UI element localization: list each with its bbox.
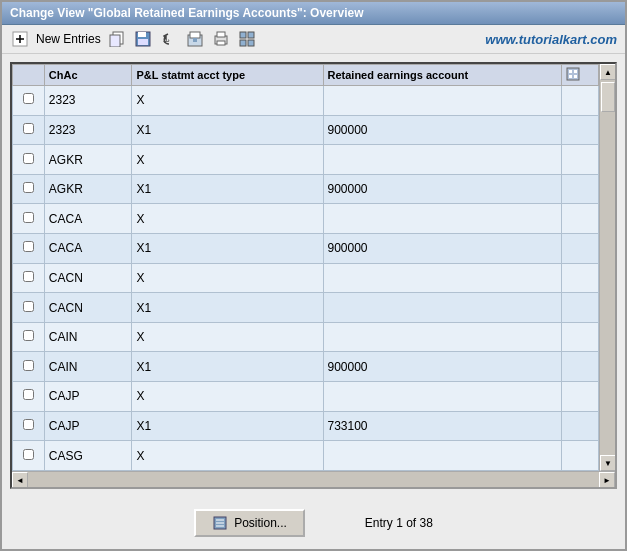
table-row[interactable]: CAINX1900000 — [13, 352, 599, 382]
svg-rect-15 — [240, 32, 246, 38]
undo-icon[interactable]: ↩ — [159, 29, 179, 49]
row-checkbox[interactable] — [23, 93, 34, 104]
row-checkbox-cell[interactable] — [13, 322, 45, 352]
cell-pltype: X1 — [132, 234, 323, 264]
row-checkbox-cell[interactable] — [13, 263, 45, 293]
cell-empty — [562, 293, 599, 323]
cell-empty — [562, 441, 599, 471]
row-checkbox[interactable] — [23, 330, 34, 341]
cell-chac: CASG — [44, 441, 132, 471]
table-row[interactable]: CACAX1900000 — [13, 234, 599, 264]
row-checkbox-cell[interactable] — [13, 234, 45, 264]
svg-rect-14 — [217, 41, 225, 45]
svg-rect-23 — [574, 75, 577, 78]
col-header-chac: ChAc — [44, 65, 132, 86]
row-checkbox-cell[interactable] — [13, 352, 45, 382]
data-table: ChAc P&L statmt acct type Retained earni… — [12, 64, 599, 471]
cell-chac: CAJP — [44, 382, 132, 412]
print-icon[interactable] — [211, 29, 231, 49]
cell-retained — [323, 145, 562, 175]
new-entries-button[interactable]: New Entries — [36, 32, 101, 46]
row-checkbox[interactable] — [23, 360, 34, 371]
cell-empty — [562, 145, 599, 175]
cell-chac: CACN — [44, 293, 132, 323]
svg-rect-17 — [240, 40, 246, 46]
row-checkbox[interactable] — [23, 123, 34, 134]
cell-retained: 900000 — [323, 174, 562, 204]
row-checkbox-cell[interactable] — [13, 174, 45, 204]
svg-rect-11 — [193, 38, 197, 42]
position-button-label: Position... — [234, 516, 287, 530]
table-row[interactable]: CASGX — [13, 441, 599, 471]
cell-pltype: X — [132, 322, 323, 352]
table-row[interactable]: AGKRX1900000 — [13, 174, 599, 204]
row-checkbox[interactable] — [23, 389, 34, 400]
col-header-settings[interactable] — [562, 65, 599, 86]
row-checkbox[interactable] — [23, 153, 34, 164]
horiz-scroll-track — [28, 472, 599, 487]
svg-rect-13 — [217, 32, 225, 37]
cell-chac: CAIN — [44, 352, 132, 382]
row-checkbox-cell[interactable] — [13, 115, 45, 145]
cell-empty — [562, 174, 599, 204]
copy-icon[interactable] — [107, 29, 127, 49]
scroll-left-button[interactable]: ◄ — [12, 472, 28, 488]
cell-chac: CACN — [44, 263, 132, 293]
table-row[interactable]: AGKRX — [13, 145, 599, 175]
cell-pltype: X — [132, 441, 323, 471]
table-row[interactable]: 2323X — [13, 86, 599, 116]
table-header-row: ChAc P&L statmt acct type Retained earni… — [13, 65, 599, 86]
vertical-scrollbar[interactable]: ▲ ▼ — [599, 64, 615, 471]
title-bar: Change View "Global Retained Earnings Ac… — [2, 2, 625, 25]
cell-empty — [562, 115, 599, 145]
cell-pltype: X — [132, 145, 323, 175]
scroll-right-button[interactable]: ► — [599, 472, 615, 488]
row-checkbox[interactable] — [23, 241, 34, 252]
table-row[interactable]: CAJPX1733100 — [13, 411, 599, 441]
watermark: www.tutorialkart.com — [485, 32, 617, 47]
bottom-bar: Position... Entry 1 of 38 — [2, 497, 625, 549]
cell-empty — [562, 411, 599, 441]
cell-chac: AGKR — [44, 145, 132, 175]
row-checkbox-cell[interactable] — [13, 382, 45, 412]
cell-retained — [323, 322, 562, 352]
disk-icon[interactable] — [185, 29, 205, 49]
horizontal-scrollbar[interactable]: ◄ ► — [12, 471, 615, 487]
scroll-thumb[interactable] — [601, 82, 615, 112]
row-checkbox[interactable] — [23, 271, 34, 282]
cell-chac: 2323 — [44, 86, 132, 116]
row-checkbox[interactable] — [23, 212, 34, 223]
row-checkbox-cell[interactable] — [13, 204, 45, 234]
new-entries-icon[interactable] — [10, 29, 30, 49]
row-checkbox-cell[interactable] — [13, 293, 45, 323]
row-checkbox[interactable] — [23, 419, 34, 430]
table-row[interactable]: CAJPX — [13, 382, 599, 412]
content-area: ChAc P&L statmt acct type Retained earni… — [2, 54, 625, 497]
cell-chac: 2323 — [44, 115, 132, 145]
grid-icon[interactable] — [237, 29, 257, 49]
cell-retained: 900000 — [323, 115, 562, 145]
position-button[interactable]: Position... — [194, 509, 305, 537]
table-row[interactable]: CACNX1 — [13, 293, 599, 323]
row-checkbox-cell[interactable] — [13, 86, 45, 116]
row-checkbox-cell[interactable] — [13, 145, 45, 175]
cell-pltype: X — [132, 263, 323, 293]
table-row[interactable]: CAINX — [13, 322, 599, 352]
save-icon[interactable] — [133, 29, 153, 49]
row-checkbox[interactable] — [23, 301, 34, 312]
row-checkbox-cell[interactable] — [13, 411, 45, 441]
table-row[interactable]: CACNX — [13, 263, 599, 293]
cell-empty — [562, 86, 599, 116]
cell-chac: CAIN — [44, 322, 132, 352]
scroll-up-button[interactable]: ▲ — [600, 64, 615, 80]
svg-rect-7 — [138, 39, 148, 45]
cell-empty — [562, 322, 599, 352]
svg-rect-21 — [574, 70, 577, 73]
row-checkbox[interactable] — [23, 182, 34, 193]
table-row[interactable]: CACAX — [13, 204, 599, 234]
row-checkbox-cell[interactable] — [13, 441, 45, 471]
row-checkbox[interactable] — [23, 449, 34, 460]
cell-pltype: X — [132, 382, 323, 412]
scroll-down-button[interactable]: ▼ — [600, 455, 615, 471]
table-row[interactable]: 2323X1900000 — [13, 115, 599, 145]
